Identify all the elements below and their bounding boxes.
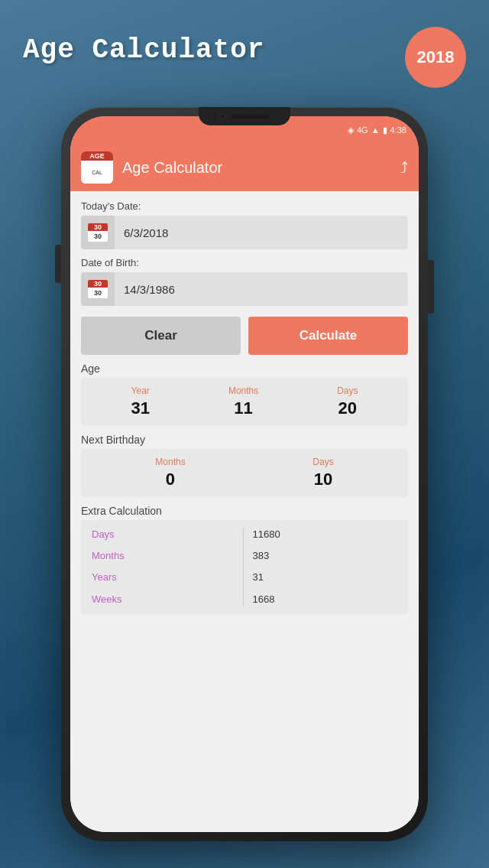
time-display: 4:38 [390,125,406,135]
today-date-section: Today's Date: 30 30 6/3/2018 [81,200,408,249]
phone-notch [199,107,290,125]
dob-label: Date of Birth: [81,257,408,268]
birthday-months-value: 0 [166,470,175,489]
dob-section: Date of Birth: 30 30 14/3/1986 [81,257,408,306]
birthday-days-label: Days [313,457,333,467]
wifi-icon: ◈ [348,125,354,135]
battery-icon: ▮ [383,125,387,135]
button-row: Clear Calculate [81,317,408,355]
clear-button[interactable]: Clear [81,317,241,355]
age-months-col: Months 11 [228,385,258,418]
birthday-section: Next Birthday Months 0 Days 10 [81,434,408,497]
app-icon: AGE CAL [81,151,113,184]
birthday-days-value: 10 [314,470,332,489]
age-year-col: Year 31 [131,385,149,418]
age-months-value: 11 [234,398,252,418]
birthday-days-col: Days 10 [313,457,333,489]
share-icon[interactable]: ⤴ [400,159,408,177]
age-days-col: Days 20 [337,385,358,418]
extra-section: Extra Calculation Days Months Years Week… [81,505,408,614]
today-calendar-icon: 30 30 [81,216,115,249]
dob-value: 14/3/1986 [115,283,408,296]
extra-values-col: 11680 383 31 1668 [244,528,398,606]
extra-days-label: Days [92,528,237,541]
age-days-value: 20 [338,398,357,418]
age-days-label: Days [337,385,358,396]
birthday-months-label: Months [155,457,185,467]
app-header: AGE CAL Age Calculator ⤴ [70,144,419,191]
extra-months-label: Months [92,549,237,563]
speaker-icon [232,115,270,119]
extra-weeks-label: Weeks [92,593,237,606]
network-label: 4G [357,125,368,135]
age-section-title: Age [81,362,408,375]
year-badge: 2018 [405,27,466,88]
app-icon-body: CAL [81,161,113,184]
phone-device: ◈ 4G ▲ ▮ 4:38 AGE CAL Age Cal [61,107,428,841]
extra-labels-col: Days Months Years Weeks [92,528,244,606]
cal-bottom-today: 30 [88,231,108,242]
extra-card: Days Months Years Weeks 11680 383 31 166… [81,520,408,614]
today-date-value: 6/3/2018 [115,226,408,239]
extra-weeks-value: 1668 [253,593,398,606]
birthday-card: Months 0 Days 10 [81,449,408,497]
app-icon-label: AGE [89,152,105,160]
birthday-months-col: Months 0 [155,457,185,489]
dob-calendar-icon: 30 30 [81,272,115,306]
screen-content: Today's Date: 30 30 6/3/2018 Date of Bir… [70,191,419,832]
birthday-section-title: Next Birthday [81,434,408,446]
age-year-label: Year [131,385,150,396]
dob-input[interactable]: 30 30 14/3/1986 [81,272,408,306]
page-title: Age Calculator [23,34,264,66]
signal-icon: ▲ [371,125,380,135]
app-header-title: Age Calculator [122,159,400,177]
age-months-label: Months [228,385,258,396]
extra-days-value: 11680 [253,528,398,541]
today-date-input[interactable]: 30 30 6/3/2018 [81,216,408,249]
age-section: Age Year 31 Months 11 [81,362,408,426]
cal-bottom-dob: 30 [88,288,108,298]
age-result-card: Year 31 Months 11 Days 20 [81,378,408,426]
extra-months-value: 383 [253,549,398,563]
today-date-label: Today's Date: [81,200,408,212]
age-year-value: 31 [131,398,149,418]
extra-years-label: Years [92,571,237,584]
calculate-button[interactable]: Calculate [248,317,408,355]
extra-section-title: Extra Calculation [81,505,408,517]
camera-icon [219,113,225,119]
extra-years-value: 31 [253,571,398,584]
